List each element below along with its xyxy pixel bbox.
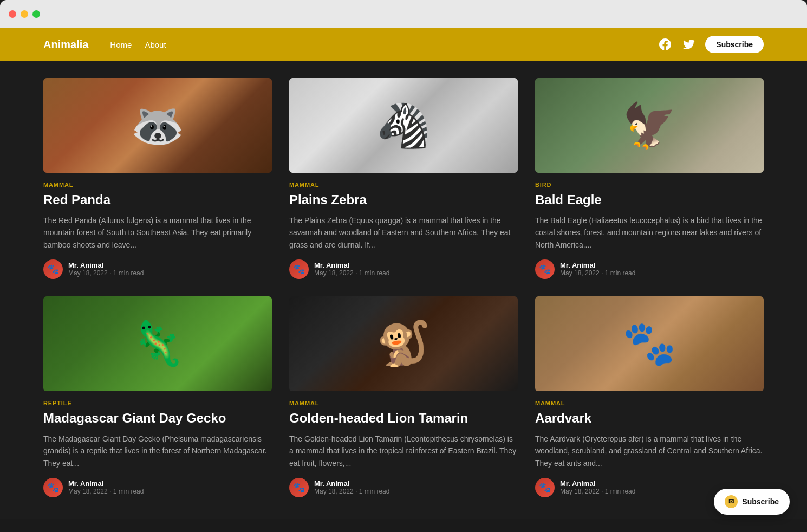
traffic-lights <box>9 10 40 18</box>
article-author: 🐾 Mr. Animal May 18, 2022 · 1 min read <box>43 259 272 279</box>
article-card[interactable]: MAMMAL Plains Zebra The Plains Zebra (Eq… <box>289 78 518 279</box>
article-title: Golden-headed Lion Tamarin <box>289 411 518 426</box>
twitter-icon[interactable] <box>681 37 697 52</box>
article-excerpt: The Red Panda (Ailurus fulgens) is a mam… <box>43 215 272 251</box>
facebook-icon[interactable] <box>658 37 673 52</box>
avatar: 🐾 <box>535 259 555 279</box>
floating-subscribe-icon: ✉ <box>725 495 738 508</box>
author-name: Mr. Animal <box>68 261 144 269</box>
article-title: Bald Eagle <box>535 192 764 208</box>
article-image <box>535 78 764 173</box>
author-name: Mr. Animal <box>68 479 144 488</box>
floating-subscribe-label: Subscribe <box>742 497 779 506</box>
article-title: Red Panda <box>43 192 272 208</box>
close-button[interactable] <box>9 10 16 18</box>
author-info: Mr. Animal May 18, 2022 · 1 min read <box>314 479 389 495</box>
article-image <box>289 78 518 173</box>
article-excerpt: The Plains Zebra (Equus quagga) is a mam… <box>289 215 518 251</box>
maximize-button[interactable] <box>32 10 40 18</box>
article-title: Plains Zebra <box>289 192 518 208</box>
article-image <box>535 296 764 391</box>
site-brand[interactable]: Animalia <box>43 38 88 51</box>
author-info: Mr. Animal May 18, 2022 · 1 min read <box>560 261 635 277</box>
article-excerpt: The Golden-headed Lion Tamarin (Leontopi… <box>289 433 518 469</box>
article-image <box>43 296 272 391</box>
author-name: Mr. Animal <box>314 261 389 269</box>
header-right: Subscribe <box>658 36 764 53</box>
author-info: Mr. Animal May 18, 2022 · 1 min read <box>68 479 144 495</box>
articles-grid: MAMMAL Red Panda The Red Panda (Ailurus … <box>43 78 764 497</box>
article-author: 🐾 Mr. Animal May 18, 2022 · 1 min read <box>289 478 518 497</box>
article-card[interactable]: MAMMAL Golden-headed Lion Tamarin The Go… <box>289 296 518 497</box>
article-card[interactable]: BIRD Bald Eagle The Bald Eagle (Haliaeet… <box>535 78 764 279</box>
author-info: Mr. Animal May 18, 2022 · 1 min read <box>68 261 144 277</box>
article-excerpt: The Aardvark (Orycteropus afer) is a mam… <box>535 433 764 469</box>
article-category: BIRD <box>535 181 764 188</box>
nav-home[interactable]: Home <box>110 40 132 49</box>
main-content: MAMMAL Red Panda The Red Panda (Ailurus … <box>0 61 807 519</box>
article-category: MAMMAL <box>43 181 272 188</box>
article-excerpt: The Madagascar Giant Day Gecko (Phelsuma… <box>43 433 272 469</box>
avatar: 🐾 <box>43 259 63 279</box>
article-card[interactable]: MAMMAL Red Panda The Red Panda (Ailurus … <box>43 78 272 279</box>
author-name: Mr. Animal <box>560 479 635 488</box>
avatar: 🐾 <box>289 259 309 279</box>
main-nav: Home About <box>110 40 640 49</box>
article-excerpt: The Bald Eagle (Haliaeetus leucocephalus… <box>535 215 764 251</box>
article-category: REPTILE <box>43 400 272 406</box>
avatar: 🐾 <box>289 478 309 497</box>
article-card[interactable]: MAMMAL Aardvark The Aardvark (Orycteropu… <box>535 296 764 497</box>
author-meta: May 18, 2022 · 1 min read <box>560 488 635 495</box>
author-info: Mr. Animal May 18, 2022 · 1 min read <box>560 479 635 495</box>
avatar: 🐾 <box>535 478 555 497</box>
article-category: MAMMAL <box>289 400 518 406</box>
article-category: MAMMAL <box>535 400 764 406</box>
article-image <box>289 296 518 391</box>
window-chrome <box>0 0 807 28</box>
author-meta: May 18, 2022 · 1 min read <box>68 488 144 495</box>
floating-subscribe-button[interactable]: ✉ Subscribe <box>714 489 790 515</box>
article-card[interactable]: REPTILE Madagascar Giant Day Gecko The M… <box>43 296 272 497</box>
article-title: Aardvark <box>535 411 764 426</box>
author-name: Mr. Animal <box>560 261 635 269</box>
subscribe-button[interactable]: Subscribe <box>705 36 764 53</box>
article-author: 🐾 Mr. Animal May 18, 2022 · 1 min read <box>43 478 272 497</box>
article-image <box>43 78 272 173</box>
article-author: 🐾 Mr. Animal May 18, 2022 · 1 min read <box>535 259 764 279</box>
article-category: MAMMAL <box>289 181 518 188</box>
site-header: Animalia Home About Subscribe <box>0 28 807 61</box>
author-meta: May 18, 2022 · 1 min read <box>314 269 389 277</box>
minimize-button[interactable] <box>21 10 28 18</box>
article-author: 🐾 Mr. Animal May 18, 2022 · 1 min read <box>289 259 518 279</box>
author-meta: May 18, 2022 · 1 min read <box>560 269 635 277</box>
author-info: Mr. Animal May 18, 2022 · 1 min read <box>314 261 389 277</box>
author-meta: May 18, 2022 · 1 min read <box>314 488 389 495</box>
author-meta: May 18, 2022 · 1 min read <box>68 269 144 277</box>
avatar: 🐾 <box>43 478 63 497</box>
author-name: Mr. Animal <box>314 479 389 488</box>
nav-about[interactable]: About <box>145 40 166 49</box>
article-title: Madagascar Giant Day Gecko <box>43 411 272 426</box>
